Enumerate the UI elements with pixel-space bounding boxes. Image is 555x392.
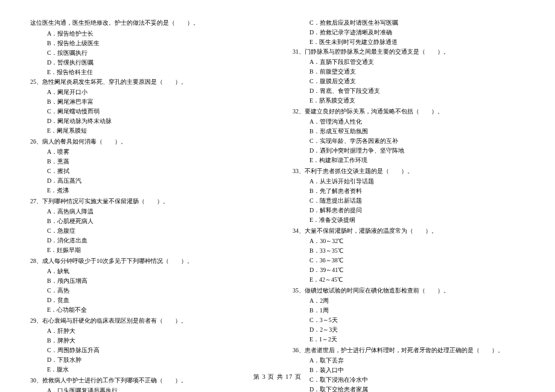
page-footer: 第 3 页 共 17 页 xyxy=(0,373,555,381)
option: C．急腹症 xyxy=(30,226,262,236)
option: D．取下交给患者家属 xyxy=(293,385,525,392)
question-31: 31、门静脉系与腔静脉系之间最主要的交通支是（ ）。 A．直肠下段肛管交通支 B… xyxy=(293,47,525,106)
question-34: 34、大量不保留灌肠时，灌肠液的温度常为（ ）。 A．30～32℃ B．33～3… xyxy=(293,226,525,285)
question-text: 29、右心衰竭与肝硬化的临床表现区别是前者有（ ）。 xyxy=(30,316,262,326)
question-26: 26、病人的餐具如何消毒（ ）。 A．喷雾 B．熏蒸 C．擦拭 D．高压蒸汽 E… xyxy=(30,137,262,195)
question-27: 27、下列哪种情况可实施大量不保留灌肠（ ）。 A．高热病人降温 B．心肌梗死病… xyxy=(30,197,262,255)
option: C．随意提出新话题 xyxy=(293,196,525,206)
question-36: 36、患者逝世后，护士进行尸体料理时，对死者牙齿的处理正确的是（ ）。 A．取下… xyxy=(293,346,525,392)
option: E．脐系膜交通支 xyxy=(293,96,525,106)
content-container: 这位医生沟通，医生拒绝修改。护士的做法不妥的是（ ）。 A．报告给护士长 B．报… xyxy=(30,18,525,392)
intro-option: A．报告给护士长 xyxy=(30,29,262,39)
option: D．胃底、食管下段交通支 xyxy=(293,86,525,96)
option: B．1周 xyxy=(293,306,525,315)
option: D．阑尾动脉为终末动脉 xyxy=(30,116,262,126)
top-option: E．医生未到时可先建立静脉通道 xyxy=(293,37,525,47)
option: A．阑尾开口小 xyxy=(30,87,262,97)
intro-text: 这位医生沟通，医生拒绝修改。护士的做法不妥的是（ ）。 xyxy=(30,18,262,27)
option: C．周围静脉压升高 xyxy=(30,346,262,355)
question-text: 34、大量不保留灌肠时，灌肠液的温度常为（ ）。 xyxy=(293,226,525,236)
option: A．喷雾 xyxy=(30,147,262,157)
left-column: 这位医生沟通，医生拒绝修改。护士的做法不妥的是（ ）。 A．报告给护士长 B．报… xyxy=(30,18,262,392)
question-text: 31、门静脉系与腔静脉系之间最主要的交通支是（ ）。 xyxy=(293,47,525,57)
question-35: 35、做碘过敏试验的时间应在碘化物造影检查前（ ）。 A．2周 B．1周 C．3… xyxy=(293,286,525,344)
question-text: 33、不利于患者抓住交谈主题的是（ ）。 xyxy=(293,166,525,176)
option: D．2～3天 xyxy=(293,325,525,335)
option: B．先了解患者资料 xyxy=(293,186,525,196)
option: B．阑尾淋巴丰富 xyxy=(30,97,262,107)
top-option: C．抢救后应及时请医生补写医嘱 xyxy=(293,18,525,28)
option: A．肝肿大 xyxy=(30,326,262,336)
option: B．颅内压增高 xyxy=(30,276,262,286)
question-text: 27、下列哪种情况可实施大量不保留灌肠（ ）。 xyxy=(30,197,262,206)
option: A．取下丢弃 xyxy=(293,356,525,365)
option: C．擦拭 xyxy=(30,166,262,176)
option: B．脾肿大 xyxy=(30,336,262,346)
question-33: 33、不利于患者抓住交谈主题的是（ ）。 A．从主诉开始引导话题 B．先了解患者… xyxy=(293,166,525,225)
option: A．口头医嘱复诵后再执行 xyxy=(30,386,262,392)
option: B．33～35℃ xyxy=(293,246,525,256)
option: D．消化道出血 xyxy=(30,236,262,245)
option: D．下肢水肿 xyxy=(30,355,262,365)
option: D．解释患者的提问 xyxy=(293,206,525,215)
question-29: 29、右心衰竭与肝硬化的临床表现区别是前者有（ ）。 A．肝肿大 B．脾肿大 C… xyxy=(30,316,262,375)
top-option: D．抢救记录字迹清晰及时准确 xyxy=(293,28,525,37)
option: A．缺氧 xyxy=(30,267,262,276)
option: A．2周 xyxy=(293,296,525,306)
intro-option: C．按医嘱执行 xyxy=(30,48,262,58)
option: B．前腹壁交通支 xyxy=(293,67,525,77)
option: B．形成互帮互助氛围 xyxy=(293,127,525,136)
option: D．贫血 xyxy=(30,296,262,305)
right-column: C．抢救后应及时请医生补写医嘱 D．抢救记录字迹清晰及时准确 E．医生未到时可先… xyxy=(293,18,525,392)
option: E．构建和谐工作环境 xyxy=(293,156,525,165)
intro-option: B．报告给上级医生 xyxy=(30,39,262,48)
option: C．阑尾蠕动慢而弱 xyxy=(30,107,262,116)
option: D．遇到冲突时据理力争、坚守阵地 xyxy=(293,146,525,156)
option: E．阑尾系膜短 xyxy=(30,126,262,136)
question-25: 25、急性阑尾炎易发生坏死、穿孔的主要原因是（ ）。 A．阑尾开口小 B．阑尾淋… xyxy=(30,77,262,136)
question-text: 32、要建立良好的护际关系，沟通策略不包括（ ）。 xyxy=(293,107,525,116)
option: C．3～5天 xyxy=(293,315,525,325)
option: C．高热 xyxy=(30,286,262,296)
option: E．心功能不全 xyxy=(30,305,262,315)
option: B．心肌梗死病人 xyxy=(30,217,262,226)
question-text: 28、成人每分钟呼吸少于10次多见于下列哪种情况（ ）。 xyxy=(30,256,262,266)
option: D．高压蒸汽 xyxy=(30,176,262,186)
question-text: 26、病人的餐具如何消毒（ ）。 xyxy=(30,137,262,147)
option: A．从主诉开始引导话题 xyxy=(293,177,525,186)
option: E．42～45℃ xyxy=(293,275,525,285)
option: A．30～32℃ xyxy=(293,236,525,246)
option: D．39～41℃ xyxy=(293,265,525,275)
option: E．妊娠早期 xyxy=(30,245,262,255)
question-text: 35、做碘过敏试验的时间应在碘化物造影检查前（ ）。 xyxy=(293,286,525,296)
intro-option: E．报告给科主任 xyxy=(30,68,262,77)
option: E．准备交谈提纲 xyxy=(293,215,525,225)
question-32: 32、要建立良好的护际关系，沟通策略不包括（ ）。 A．管理沟通人性化 B．形成… xyxy=(293,107,525,165)
option: C．实现年龄、学历各因素的互补 xyxy=(293,136,525,146)
question-text: 36、患者逝世后，护士进行尸体料理时，对死者牙齿的处理正确的是（ ）。 xyxy=(293,346,525,355)
option: A．高热病人降温 xyxy=(30,207,262,217)
option: C．36～38℃ xyxy=(293,256,525,265)
option: E．煮沸 xyxy=(30,186,262,195)
intro-option: D．暂缓执行医嘱 xyxy=(30,58,262,68)
option: A．管理沟通人性化 xyxy=(293,117,525,127)
question-text: 25、急性阑尾炎易发生坏死、穿孔的主要原因是（ ）。 xyxy=(30,77,262,87)
question-28: 28、成人每分钟呼吸少于10次多见于下列哪种情况（ ）。 A．缺氧 B．颅内压增… xyxy=(30,256,262,315)
option: A．直肠下段肛管交通支 xyxy=(293,57,525,67)
option: E．1～2天 xyxy=(293,335,525,344)
option: C．腹膜后交通支 xyxy=(293,77,525,86)
option: B．熏蒸 xyxy=(30,157,262,166)
